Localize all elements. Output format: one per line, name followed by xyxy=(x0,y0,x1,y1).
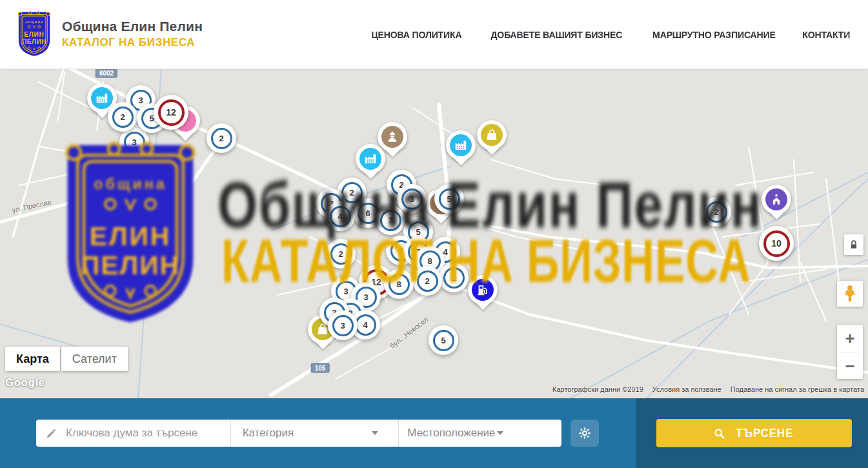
cluster-marker[interactable]: 5 xyxy=(434,184,464,214)
fuel-icon xyxy=(472,279,494,301)
cluster-marker[interactable]: 2 xyxy=(207,123,236,153)
cluster-marker[interactable]: 2 xyxy=(326,239,356,269)
cluster-marker[interactable]: 3 xyxy=(397,184,427,214)
cluster-count: 2 xyxy=(443,267,465,289)
cluster-count: 3 xyxy=(124,132,145,153)
cluster-marker[interactable]: 10 xyxy=(759,226,794,261)
keyword-field xyxy=(36,420,230,447)
worker-icon xyxy=(381,126,403,148)
map-type-satellite-button[interactable]: Сателит xyxy=(61,347,128,371)
attribution-terms-link[interactable]: Условия за ползване xyxy=(652,385,722,393)
cluster-marker[interactable]: 2 xyxy=(701,197,731,227)
factory-icon xyxy=(359,148,381,170)
cluster-count: 5 xyxy=(439,188,460,210)
category-dropdown-label: Категория xyxy=(243,427,294,440)
search-fields: Категория Местоположение xyxy=(36,420,561,447)
cluster-count: 4 xyxy=(330,206,351,227)
logo-text: Община Елин Пелин КАТАЛОГ НА БИЗНЕСА xyxy=(62,19,203,49)
fuel-category-pin[interactable] xyxy=(468,275,498,305)
bag-category-pin[interactable] xyxy=(477,120,507,150)
church-icon xyxy=(765,188,787,210)
search-button-label: ТЪРСЕНЕ xyxy=(736,426,793,440)
factory-icon xyxy=(91,87,113,109)
site-subtitle: КАТАЛОГ НА БИЗНЕСА xyxy=(62,36,203,49)
cluster-count: 2 xyxy=(330,243,352,265)
nav-contacts[interactable]: КОНТАКТИ xyxy=(803,29,851,40)
cluster-marker[interactable]: 2 xyxy=(439,263,469,292)
search-icon xyxy=(713,427,725,440)
zoom-controls: + − xyxy=(837,325,863,379)
cluster-count: 10 xyxy=(763,230,790,257)
search-bar: Категория Местоположение xyxy=(0,398,868,468)
cluster-count: 3 xyxy=(332,315,354,336)
cluster-count: 2 xyxy=(417,270,438,292)
location-dropdown[interactable]: Местоположение xyxy=(399,420,561,447)
cluster-count: 7 xyxy=(380,210,401,231)
lock-control-button[interactable] xyxy=(844,234,863,255)
attribution-copyright: Картографски данни ©2019 xyxy=(552,385,643,393)
cluster-marker[interactable]: 3 xyxy=(328,310,358,340)
cluster-marker[interactable]: 2 xyxy=(108,102,137,132)
zoom-in-button[interactable]: + xyxy=(837,325,863,352)
page: община ЕЛИН ПЕЛИН Община Елин Пелин КАТА… xyxy=(0,0,868,468)
map-type-map-button[interactable]: Карта xyxy=(5,347,60,371)
map-type-controls: Карта Сателит xyxy=(5,347,128,371)
map-attribution: Картографски данни ©2019 Условия за полз… xyxy=(552,385,864,393)
worker-category-pin[interactable] xyxy=(378,122,407,152)
nav-pricing-policy[interactable]: ЦЕНОВА ПОЛИТИКА xyxy=(372,29,462,40)
svg-text:ЕЛИН: ЕЛИН xyxy=(24,31,44,38)
cluster-count: 2 xyxy=(112,107,134,128)
lock-icon xyxy=(849,239,858,250)
factory-icon xyxy=(450,134,472,156)
cluster-count: 8 xyxy=(389,274,410,295)
markers-layer: 332512223235264751027428221283383435 xyxy=(0,69,868,398)
header: община ЕЛИН ПЕЛИН Община Елин Пелин КАТА… xyxy=(0,0,868,69)
municipality-shield-icon: община ЕЛИН ПЕЛИН xyxy=(15,10,53,57)
keyword-search-input[interactable] xyxy=(66,427,221,440)
zoom-out-button[interactable]: − xyxy=(837,352,863,380)
factory-category-pin[interactable] xyxy=(356,144,385,174)
site-title: Община Елин Пелин xyxy=(62,19,203,34)
cluster-count: 2 xyxy=(706,201,727,223)
cluster-marker[interactable]: 2 xyxy=(412,266,442,296)
factory-category-pin[interactable] xyxy=(446,130,476,160)
pegman-icon xyxy=(842,285,858,303)
advanced-settings-button[interactable] xyxy=(570,420,599,447)
site-logo[interactable]: община ЕЛИН ПЕЛИН Община Елин Пелин КАТА… xyxy=(15,10,203,57)
category-dropdown[interactable]: Категория xyxy=(231,420,399,447)
bag-icon xyxy=(481,124,503,146)
location-dropdown-label: Местоположение xyxy=(407,427,495,440)
church-category-pin[interactable] xyxy=(762,185,791,214)
svg-text:община: община xyxy=(25,20,43,24)
cluster-marker[interactable]: 12 xyxy=(154,95,188,130)
chevron-down-icon xyxy=(497,431,503,435)
cluster-marker[interactable]: 8 xyxy=(384,269,414,299)
search-button[interactable]: ТЪРСЕНЕ xyxy=(656,419,852,447)
attribution-report-link[interactable]: Подаване на сигнал за грешка в картата xyxy=(731,385,864,393)
cluster-marker[interactable]: 5 xyxy=(429,325,458,355)
gear-icon xyxy=(578,426,592,440)
cluster-marker[interactable]: 4 xyxy=(325,201,355,231)
map-canvas[interactable]: 332512223235264751027428221283383435 общ… xyxy=(0,69,868,398)
cluster-count: 5 xyxy=(433,330,454,351)
svg-text:ПЕЛИН: ПЕЛИН xyxy=(22,38,46,45)
google-logo[interactable]: Google xyxy=(5,376,45,389)
nav-add-your-business[interactable]: ДОБАВЕТЕ ВАШИЯТ БИЗНЕС xyxy=(490,29,622,40)
cluster-marker[interactable]: 7 xyxy=(376,205,405,235)
cluster-count: 12 xyxy=(158,99,185,126)
pencil-icon xyxy=(45,427,57,440)
chevron-down-icon xyxy=(372,431,378,435)
pegman-button[interactable] xyxy=(837,281,863,307)
nav-route-schedule[interactable]: МАРШРУТНО РАЗПИСАНИЕ xyxy=(652,29,776,40)
cluster-count: 4 xyxy=(355,314,376,336)
cluster-count: 3 xyxy=(401,188,423,210)
cluster-count: 2 xyxy=(211,128,232,149)
main-nav: ЦЕНОВА ПОЛИТИКА ДОБАВЕТЕ ВАШИЯТ БИЗНЕС М… xyxy=(368,0,852,69)
